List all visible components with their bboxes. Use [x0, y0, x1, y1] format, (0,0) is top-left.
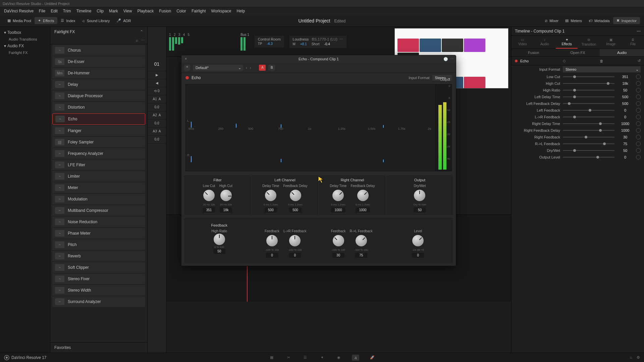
param-slider[interactable]	[563, 157, 614, 158]
slider-handle[interactable]	[573, 96, 576, 98]
menu-item[interactable]: Fairlight	[189, 9, 209, 13]
next-preset-icon[interactable]: ›	[250, 66, 251, 70]
page-deliver-icon[interactable]: 🚀	[369, 355, 376, 361]
fx-item-pitch[interactable]: ~Pitch	[52, 239, 145, 250]
tab-video[interactable]: ▭Video	[512, 36, 534, 49]
compare-a-button[interactable]: A	[259, 65, 266, 71]
r-feedback-knob[interactable]	[332, 234, 345, 247]
gear-icon[interactable]: ⚙	[637, 355, 640, 360]
page-color-icon[interactable]: ◉	[335, 355, 342, 361]
menu-item[interactable]: DaVinci Resolve	[1, 9, 36, 13]
param-value[interactable]: 500	[617, 95, 633, 99]
play-icon[interactable]: ▶	[148, 71, 166, 79]
audio-fx-section[interactable]: ▾Audio FX	[1, 42, 49, 50]
collapse-icon[interactable]: ⌃	[140, 29, 143, 34]
menu-item[interactable]: File	[36, 9, 48, 13]
fx-item-modulation[interactable]: ~Modulation	[52, 194, 145, 204]
menu-item[interactable]: Fusion	[156, 9, 174, 13]
reset-icon[interactable]	[636, 101, 641, 106]
fx-item-chorus[interactable]: ~Chorus	[52, 45, 145, 56]
fx-item-limiter[interactable]: ~Limiter	[52, 171, 145, 182]
param-slider[interactable]	[563, 83, 614, 84]
fx-item-echo[interactable]: ~Echo	[52, 113, 145, 125]
l-feedback-knob[interactable]	[266, 234, 278, 247]
param-slider[interactable]	[563, 123, 614, 124]
slider-handle[interactable]	[573, 149, 576, 152]
tab-image[interactable]: ▣Image	[600, 36, 622, 49]
param-value[interactable]: 0	[617, 155, 633, 159]
left-fbdelay-knob[interactable]	[289, 189, 302, 202]
menu-item[interactable]: Playback	[135, 9, 156, 13]
enable-dot[interactable]	[515, 60, 518, 62]
param-slider[interactable]	[563, 137, 614, 137]
highratio-knob[interactable]	[213, 233, 226, 246]
tab-effects[interactable]: ✦Effects	[556, 36, 578, 49]
mixer-button[interactable]: ⎚Mixer	[542, 17, 562, 24]
track-a2[interactable]: A2 A	[148, 111, 166, 119]
echo-delay-graph[interactable]: L R 0ms2505007501s1.25s1.50s1.75s2s Outp…	[185, 84, 452, 171]
page-fusion-icon[interactable]: ✦	[318, 355, 326, 361]
fx-item-foley-sampler[interactable]: ||||Foley Sampler	[52, 137, 145, 147]
lr-feedback-knob[interactable]	[288, 234, 301, 247]
menu-item[interactable]: Workspace	[209, 9, 234, 13]
fx-item-stereo-width[interactable]: ~Stereo Width	[52, 285, 145, 296]
tab-transition[interactable]: ⧉Transition	[578, 36, 600, 49]
param-value[interactable]: 0	[617, 115, 633, 119]
search-icon[interactable]: ⌕	[136, 38, 138, 43]
fx-item-surround-analyzer[interactable]: ~Surround Analyzer	[52, 296, 145, 307]
page-fairlight-icon[interactable]: ♫	[352, 355, 359, 361]
param-value[interactable]: 18k	[617, 81, 633, 85]
param-value[interactable]: 50	[617, 148, 633, 153]
slider-handle[interactable]	[568, 102, 571, 105]
echo-plugin-window[interactable]: × Echo - Compound Clip 1 🕓⋯ + Default*⌄ …	[181, 55, 456, 266]
right-delay-knob[interactable]	[332, 189, 344, 202]
prev-preset-icon[interactable]: ‹	[246, 66, 247, 70]
more-icon[interactable]: ⋯	[450, 57, 454, 61]
param-value[interactable]: 30	[617, 135, 633, 139]
adr-button[interactable]: 🎤ADR	[113, 17, 134, 24]
page-edit-icon[interactable]: ☰	[302, 355, 309, 361]
param-value[interactable]: 50	[617, 88, 633, 92]
prev-icon[interactable]: ◀	[148, 79, 166, 87]
effects-button[interactable]: ✦Effects	[35, 17, 57, 24]
fx-item-phase-meter[interactable]: ~Phase Meter	[52, 228, 145, 239]
fx-item-multiband-compressor[interactable]: ~Multiband Compressor	[52, 205, 145, 216]
echo-titlebar[interactable]: × Echo - Compound Clip 1 🕓⋯	[181, 55, 456, 63]
add-preset-icon[interactable]: +	[184, 65, 190, 71]
param-slider[interactable]	[563, 143, 614, 144]
enable-dot[interactable]	[185, 76, 189, 79]
param-value[interactable]: 0	[617, 108, 633, 112]
param-slider[interactable]	[563, 117, 614, 117]
reset-icon[interactable]	[636, 121, 641, 126]
audio-transitions-item[interactable]: Audio Transitions	[1, 36, 49, 42]
tab-file[interactable]: 🗎File	[622, 36, 644, 49]
menu-item[interactable]: Mark	[106, 9, 121, 13]
param-slider[interactable]	[563, 97, 614, 97]
low-cut-value[interactable]: 351	[203, 207, 215, 213]
slider-handle[interactable]	[573, 89, 576, 92]
rl-feedback-knob[interactable]	[355, 234, 368, 247]
menu-item[interactable]: Trim	[60, 9, 74, 13]
compare-b-button[interactable]: B	[268, 65, 275, 71]
slider-handle[interactable]	[596, 156, 599, 159]
fx-item-delay[interactable]: ~Delay	[52, 79, 145, 90]
param-slider[interactable]	[563, 110, 614, 111]
reset-icon[interactable]	[636, 88, 641, 93]
subtab-openfx[interactable]: Open FX	[556, 49, 600, 56]
param-slider[interactable]	[563, 150, 614, 151]
fx-item-lfe-filter[interactable]: ~LFE Filter	[52, 160, 145, 170]
reset-icon[interactable]	[636, 74, 641, 79]
left-delay-knob[interactable]	[264, 189, 277, 202]
fx-item-noise-reduction[interactable]: ~Noise Reduction	[52, 217, 145, 227]
fx-item-de-hummer[interactable]: MmDe-Hummer	[52, 68, 145, 78]
fx-item-reverb[interactable]: ~Reverb	[52, 251, 145, 261]
reset-icon[interactable]	[636, 95, 641, 99]
more-icon[interactable]: ⋯	[141, 38, 145, 43]
close-icon[interactable]: ×	[183, 57, 188, 61]
fx-item-dialogue-processor[interactable]: ~Dialogue Processor	[52, 90, 145, 101]
high-cut-value[interactable]: 18k	[220, 207, 232, 213]
fx-item-frequency-analyzer[interactable]: ~Frequency Analyzer	[52, 148, 145, 159]
input-format-select[interactable]: Stereo⌄	[563, 66, 641, 72]
subtab-fusion[interactable]: Fusion	[512, 49, 556, 56]
reset-icon[interactable]	[636, 155, 641, 160]
